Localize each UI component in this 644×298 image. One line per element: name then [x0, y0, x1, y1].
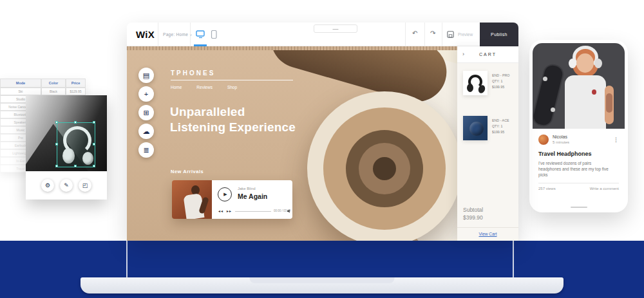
view-count: 257 views [538, 187, 556, 191]
nav-item-shop[interactable]: Shop [227, 85, 237, 89]
cart-title: CART [457, 52, 518, 57]
add-element-icon[interactable]: + [138, 86, 154, 102]
desktop-view-icon[interactable] [196, 30, 205, 39]
previous-track-icon[interactable]: ◄◄ [218, 209, 223, 213]
phone-mockup: Nicolas 5 minutes ⋮ Travel Headphones I'… [529, 40, 628, 212]
undo-button[interactable]: ↶ [412, 30, 417, 37]
window-tab-notch[interactable] [314, 24, 357, 33]
new-arrivals-label: New Arrivals [171, 169, 204, 174]
review-body: I've reviewed dozens of pairs headphones… [538, 160, 614, 178]
cart-item[interactable]: END - PROQTY: 1$199.95 [457, 71, 518, 103]
redo-button[interactable]: ↷ [430, 30, 435, 37]
media-upload-icon[interactable]: ☁ [138, 124, 154, 139]
settings-button[interactable]: ⚙ [41, 179, 54, 192]
table-row[interactable]: SkiBlack$129.95 [0, 88, 86, 95]
laptop-screen-edge-left [126, 241, 128, 277]
publish-button[interactable]: Publish [480, 23, 518, 46]
blue-headphones-thumbnail [463, 116, 488, 140]
selection-handle[interactable] [55, 121, 58, 124]
save-icon[interactable] [447, 31, 454, 38]
table-header-cell: Mode [0, 79, 41, 88]
track-artwork [172, 180, 212, 219]
cart-item-details: END - PROQTY: 1$199.95 [492, 73, 509, 90]
review-post: Nicolas 5 minutes ⋮ Travel Headphones I'… [533, 129, 625, 191]
laptop-screen-edge-right [513, 241, 514, 277]
edited-photo [26, 95, 107, 171]
table-header-cell: Price [66, 79, 86, 88]
pages-icon[interactable]: ▤ [138, 68, 154, 83]
post-timestamp: 5 minutes [553, 140, 569, 145]
avatar [538, 135, 549, 145]
image-panel-actions: ⚙✎◰ [26, 171, 107, 200]
editor-side-toolbar: ▤+⊞☁≣ [138, 68, 154, 161]
wix-marketing-composite: $w('#addToCartButton').onClick(async () … [0, 0, 644, 298]
skateboard-graphic [533, 62, 565, 129]
edit-button[interactable]: ✎ [60, 179, 73, 192]
crop-button[interactable]: ◰ [79, 179, 91, 192]
image-editor-panel: ⚙✎◰ [26, 95, 107, 200]
review-title: Travel Headphones [538, 151, 619, 157]
cart-panel: › CART END - PROQTY: 1$199.95END - ACEQT… [457, 46, 518, 241]
subtotal-value: $399.90 [463, 214, 483, 221]
table-cell: $129.95 [66, 88, 86, 95]
table-header: ModeColorPrice [0, 79, 86, 88]
next-track-icon[interactable]: ►► [226, 209, 231, 213]
content-manager-icon[interactable]: ≣ [138, 142, 154, 158]
more-options-icon[interactable]: ⋮ [613, 136, 619, 143]
selection-box[interactable] [57, 122, 95, 167]
table-cell: Ski [0, 88, 41, 95]
brand-underline [171, 80, 293, 80]
editor-topbar: WiX Page: Home ∨ ↶ ↷ Preview Publish [127, 23, 518, 46]
nav-item-home[interactable]: Home [171, 85, 182, 89]
table-header-cell: Color [41, 79, 66, 88]
play-button[interactable]: ▶ [218, 187, 232, 201]
laptop-notch [250, 277, 395, 283]
subtotal-label: Subtotal [463, 207, 483, 213]
table-cell: Black [41, 88, 66, 95]
mobile-view-icon[interactable] [211, 30, 218, 39]
site-brand: TPHONES [171, 70, 215, 77]
editor-window: WiX Page: Home ∨ ↶ ↷ Preview Publish [127, 23, 518, 241]
selection-handle[interactable] [93, 121, 95, 124]
write-comment-link[interactable]: Write a comment [590, 187, 619, 191]
reviewer-photo [533, 43, 625, 129]
selection-handle[interactable] [74, 165, 77, 167]
page-selector[interactable]: Page: Home ∨ [163, 32, 192, 37]
track-title: Me Again [238, 192, 267, 200]
site-nav: Home Reviews Shop [171, 85, 237, 89]
music-player: ▶ Jake Blind Me Again ◄◄ ►► 00:00 / 03:0… [172, 180, 292, 219]
app-market-icon[interactable]: ⊞ [138, 105, 154, 120]
nav-item-reviews[interactable]: Reviews [196, 85, 213, 89]
cart-item-details: END - ACEQTY: 1$199.95 [492, 118, 509, 135]
preview-button[interactable]: Preview [458, 32, 473, 37]
track-artist: Jake Blind [238, 187, 256, 191]
selection-handle[interactable] [74, 121, 77, 124]
selection-handle[interactable] [55, 165, 58, 167]
site-headline: Unparalleled Listening Experience [170, 104, 296, 135]
reviewer-name: Nicolas [553, 135, 569, 140]
view-cart-link[interactable]: View Cart [457, 232, 518, 236]
progress-bar[interactable] [235, 211, 271, 212]
wix-logo: WiX [136, 29, 155, 40]
black-headphones-thumbnail [463, 71, 488, 95]
laptop-base [80, 277, 564, 293]
selection-handle[interactable] [93, 165, 95, 167]
home-indicator[interactable] [571, 207, 587, 208]
cart-item[interactable]: END - ACEQTY: 1$199.95 [457, 116, 518, 148]
selection-handle[interactable] [55, 143, 58, 145]
selection-handle[interactable] [93, 143, 95, 145]
